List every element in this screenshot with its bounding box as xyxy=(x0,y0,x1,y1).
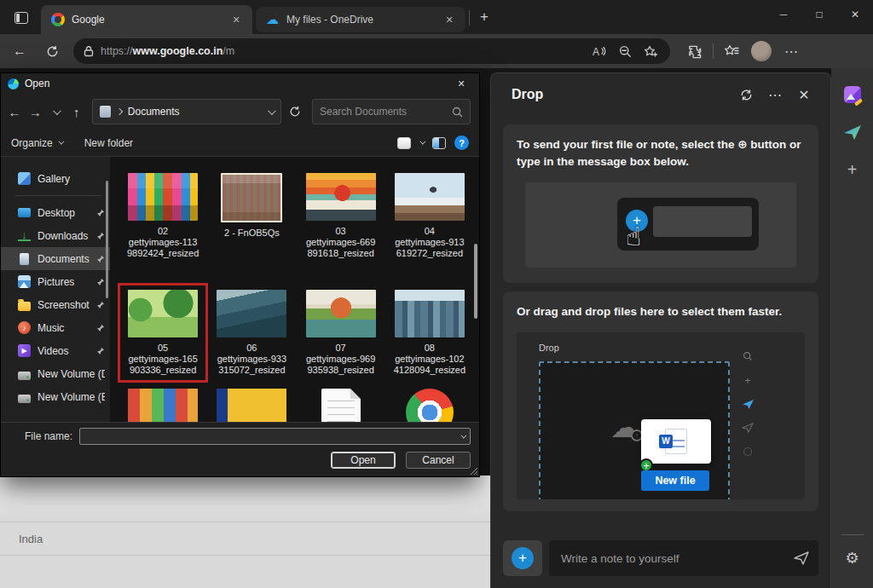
nav-back-button[interactable]: ← xyxy=(4,100,25,124)
sidebar-item-videos[interactable]: ▶ Videos xyxy=(1,339,110,362)
dialog-refresh-button[interactable] xyxy=(285,100,305,124)
file-tile[interactable]: 06gettyimages-933315072_resized xyxy=(209,285,294,380)
drop-button[interactable] xyxy=(838,118,867,147)
breadcrumb[interactable]: Documents xyxy=(92,99,281,124)
back-button[interactable]: ← xyxy=(7,38,32,64)
google-favicon xyxy=(51,13,65,26)
file-thumbnail-chrome-logo[interactable] xyxy=(406,389,454,422)
downloads-icon: ↓ xyxy=(18,230,31,241)
open-button[interactable]: Open xyxy=(331,452,396,469)
sidebar-item-gallery[interactable]: Gallery xyxy=(1,167,110,190)
file-tile-selected[interactable]: 05gettyimages-165903336_resized xyxy=(120,285,205,380)
tab-google[interactable]: Google ✕ xyxy=(41,5,252,34)
chevron-down-icon[interactable] xyxy=(268,107,276,115)
settings-and-more-button[interactable]: ⋯ xyxy=(778,38,804,64)
resize-grip[interactable] xyxy=(471,468,477,475)
sidebar-item-new-volume-d[interactable]: New Volume (D xyxy=(1,362,110,385)
file-tile[interactable]: 2 - FnOB5Qs xyxy=(209,169,294,263)
sync-button[interactable] xyxy=(731,82,760,107)
file-thumbnail-sunset xyxy=(306,173,376,221)
dialog-title-bar[interactable]: Open ✕ xyxy=(1,73,479,94)
folder-icon xyxy=(18,302,31,311)
sidebar-settings-button[interactable]: ⚙ xyxy=(838,544,867,573)
close-window-button[interactable]: ✕ xyxy=(837,0,873,29)
cancel-button[interactable]: Cancel xyxy=(406,452,471,469)
note-input-field[interactable] xyxy=(549,540,818,576)
tab-onedrive[interactable]: ☁ My files - OneDrive ✕ xyxy=(256,7,465,32)
designer-button[interactable] xyxy=(838,80,867,109)
favorites-button[interactable] xyxy=(719,38,744,64)
file-thumbnail-color-strip[interactable] xyxy=(128,389,198,422)
file-tile[interactable]: 08gettyimages-1024128094_resized xyxy=(387,285,472,380)
refresh-button[interactable] xyxy=(39,38,65,64)
file-thumbnail-text-document[interactable] xyxy=(321,389,361,422)
extensions-button[interactable] xyxy=(682,38,708,64)
mini-plus-icon: + xyxy=(744,375,750,387)
sidebar-item-desktop[interactable]: Desktop xyxy=(1,201,110,224)
sidebar-scrollbar[interactable] xyxy=(106,181,108,298)
minimize-button[interactable]: ─ xyxy=(766,0,801,29)
view-controls: ? xyxy=(397,135,469,150)
recent-locations-button[interactable] xyxy=(45,100,66,124)
file-tile[interactable]: 03gettyimages-669891618_resized xyxy=(298,169,384,263)
mini-file-card xyxy=(641,419,711,464)
sidebar-item-new-volume-e[interactable]: New Volume (E: xyxy=(1,385,110,408)
dialog-close-button[interactable]: ✕ xyxy=(448,75,474,92)
search-input[interactable] xyxy=(320,106,452,118)
file-thumbnail-group-photo xyxy=(221,173,282,222)
view-mode-button[interactable] xyxy=(397,137,411,149)
address-bar[interactable]: https://www.google.co.in/m A xyxy=(73,38,670,64)
more-options-button[interactable]: ⋯ xyxy=(760,82,789,107)
new-tab-button[interactable]: + xyxy=(473,7,495,29)
pin-icon xyxy=(96,347,105,355)
search-box[interactable] xyxy=(312,99,471,124)
chevron-down-icon xyxy=(58,139,64,145)
sidebar-item-documents[interactable]: Documents xyxy=(1,247,110,270)
file-tile[interactable]: 04gettyimages-913619272_resized xyxy=(387,169,472,263)
chevron-down-icon xyxy=(53,107,61,115)
file-name-input[interactable] xyxy=(85,430,460,442)
note-input[interactable] xyxy=(561,552,793,565)
tab-close-icon[interactable]: ✕ xyxy=(228,12,244,27)
add-file-button[interactable]: + xyxy=(503,540,542,576)
customize-sidebar-button[interactable]: + xyxy=(838,155,867,184)
sidebar-item-downloads[interactable]: ↓ Downloads xyxy=(1,224,110,247)
file-thumbnail-yellow-banner[interactable] xyxy=(217,389,286,422)
file-tile[interactable]: 02gettyimages-1139892424_resized xyxy=(120,169,205,263)
nav-up-button[interactable]: ↑ xyxy=(66,100,87,124)
pin-icon xyxy=(96,255,105,263)
sidebar-item-music[interactable]: ♪ Music xyxy=(1,316,110,339)
new-folder-button[interactable]: New folder xyxy=(84,137,133,149)
organize-menu-button[interactable]: Organize xyxy=(11,137,62,149)
view-mode-dropdown-icon[interactable] xyxy=(419,139,425,145)
tab-actions-menu-button[interactable] xyxy=(7,5,36,31)
nav-forward-button[interactable]: → xyxy=(25,100,45,124)
profile-avatar[interactable] xyxy=(751,41,772,61)
file-thumbnail-airplane xyxy=(395,173,465,221)
maximize-button[interactable]: □ xyxy=(801,0,837,29)
breadcrumb-folder[interactable]: Documents xyxy=(128,106,262,118)
sidebar-item-pictures[interactable]: Pictures xyxy=(1,270,110,293)
file-name: 07gettyimages-969935938_resized xyxy=(306,343,375,376)
preview-pane-button[interactable] xyxy=(432,137,446,149)
help-button[interactable]: ? xyxy=(454,135,469,150)
gallery-icon xyxy=(18,172,31,185)
music-icon: ♪ xyxy=(18,321,31,334)
send-icon[interactable] xyxy=(793,551,810,566)
file-name-field[interactable] xyxy=(79,428,471,445)
file-thumbnail-island xyxy=(306,290,376,337)
chevron-down-icon[interactable] xyxy=(460,432,466,438)
zoom-out-icon xyxy=(619,45,632,58)
close-panel-button[interactable]: ✕ xyxy=(789,82,818,107)
edge-sidebar-rail: + ⚙ xyxy=(831,68,873,588)
add-favorite-button[interactable] xyxy=(639,40,662,62)
zoom-out-button[interactable] xyxy=(614,40,636,62)
sidebar-divider xyxy=(14,195,101,196)
file-tile[interactable]: 07gettyimages-969935938_resized xyxy=(298,285,384,380)
read-aloud-button[interactable]: A xyxy=(588,40,610,62)
file-list-scrollbar[interactable] xyxy=(474,244,477,319)
sidebar-item-screenshots[interactable]: Screenshots xyxy=(1,293,110,316)
drop-paper-plane-icon xyxy=(843,124,862,141)
tab-close-icon[interactable]: ✕ xyxy=(442,12,457,27)
new-file-button[interactable]: New file xyxy=(641,470,709,491)
